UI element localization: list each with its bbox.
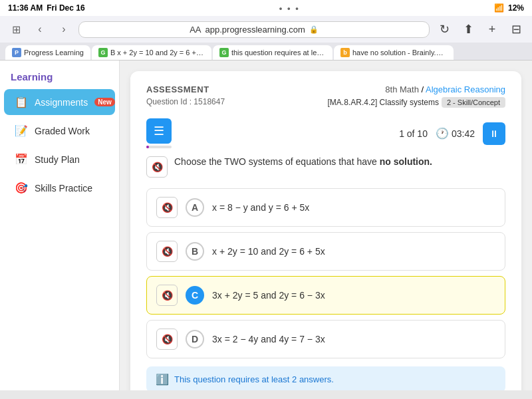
new-tab-button[interactable]: +	[483, 20, 501, 39]
subject-name: 8th Math	[385, 84, 419, 94]
sidebar-header: Learning	[0, 66, 119, 88]
assignments-label: Assignments	[35, 97, 88, 108]
timer-display: 03:42	[452, 128, 475, 139]
skill-badge: 2 - Skill/Concept	[442, 97, 505, 108]
question-id: Question Id : 1518647	[146, 97, 225, 106]
answer-options: 🔇 A x = 8 − y and y = 6 + 5x 🔇 B x + 2y …	[146, 188, 505, 358]
option-letter-d: D	[186, 330, 204, 348]
progress-fill	[146, 146, 149, 148]
tab-progress-learning[interactable]: P Progress Learning	[5, 45, 90, 60]
audio-button-question[interactable]: 🔇	[146, 156, 168, 178]
audio-btn-b[interactable]: 🔇	[156, 241, 178, 262]
font-size-control: AA	[190, 25, 201, 35]
sidebar-item-study-plan[interactable]: 📅 Study Plan	[4, 146, 115, 172]
controls-left: ☰	[146, 118, 172, 148]
app-body: Learning 📋 Assignments New 📝 Graded Work…	[0, 61, 532, 390]
tab-brainly-3[interactable]: b have no solution - Brainly.com	[334, 45, 454, 60]
option-text-b: x + 2y = 10 and 2y = 6 + 5x	[212, 246, 325, 257]
lock-icon: 🔒	[309, 25, 319, 34]
skills-practice-icon: 🎯	[15, 182, 28, 194]
pause-button[interactable]: ⏸	[483, 122, 505, 145]
sidebar: Learning 📋 Assignments New 📝 Graded Work…	[0, 61, 120, 390]
clock-icon: 🕐	[436, 127, 449, 140]
info-message-text: This question requires at least 2 answer…	[174, 374, 334, 384]
tab-label: Progress Learning	[24, 49, 84, 57]
timer: 🕐 03:42	[436, 127, 475, 140]
assignments-icon: 📋	[15, 96, 28, 108]
study-plan-label: Study Plan	[35, 154, 80, 165]
subject-link-text[interactable]: Algebraic Reasoning	[426, 84, 505, 94]
subject-line: 8th Math / Algebraic Reasoning	[328, 84, 505, 94]
study-plan-icon: 📅	[15, 153, 28, 166]
option-letter-b: B	[186, 242, 204, 261]
content-area: ASSESSMENT Question Id : 1518647 8th Mat…	[120, 61, 532, 390]
skills-practice-label: Skills Practice	[35, 183, 92, 194]
audio-btn-c[interactable]: 🔇	[156, 285, 178, 306]
standard-badge: [MA.8.AR.4.2] Classify systems 2 - Skill…	[328, 97, 505, 108]
progress-bar	[146, 146, 172, 148]
wifi-icon: 📶	[494, 3, 504, 13]
url-bar[interactable]: AA app.progresslearning.com 🔒	[78, 21, 430, 38]
question-controls: ☰ 1 of 10 🕐 03:42 ⏸	[146, 118, 505, 148]
url-text: app.progresslearning.com	[205, 25, 305, 35]
nav-bar: ⊞ ‹ › AA app.progresslearning.com 🔒 ↻ ⬆ …	[0, 16, 532, 43]
audio-btn-a[interactable]: 🔇	[156, 197, 178, 218]
sidebar-item-graded-work[interactable]: 📝 Graded Work	[4, 118, 115, 144]
info-icon: ℹ️	[156, 373, 169, 386]
tabs-bar: P Progress Learning G B x + 2y = 10 and …	[0, 43, 532, 60]
audio-btn-d[interactable]: 🔇	[156, 329, 178, 350]
browser-chrome: ⊞ ‹ › AA app.progresslearning.com 🔒 ↻ ⬆ …	[0, 16, 532, 61]
option-letter-a: A	[186, 198, 204, 217]
card-header: ASSESSMENT Question Id : 1518647 8th Mat…	[146, 84, 505, 108]
option-text-c: 3x + 2y = 5 and 2y = 6 − 3x	[212, 290, 325, 301]
sidebar-item-assignments[interactable]: 📋 Assignments New	[4, 89, 115, 115]
date-display: Fri Dec 16	[47, 3, 84, 13]
question-counter: 1 of 10	[399, 128, 428, 139]
tabs-button[interactable]: ⊟	[507, 20, 525, 39]
controls-right: 1 of 10 🕐 03:42 ⏸	[399, 122, 505, 145]
tab-label-3: this question requires at least...	[231, 49, 326, 57]
menu-button[interactable]: ☰	[146, 118, 172, 144]
graded-work-label: Graded Work	[35, 126, 90, 136]
question-text: Choose the TWO systems of equations that…	[174, 156, 432, 167]
card-meta: 8th Math / Algebraic Reasoning [MA.8.AR.…	[328, 84, 505, 108]
info-message: ℹ️ This question requires at least 2 ans…	[146, 366, 505, 390]
reload-button[interactable]: ↻	[435, 20, 454, 39]
new-badge: New	[94, 98, 115, 106]
assessment-card: ASSESSMENT Question Id : 1518647 8th Mat…	[130, 71, 521, 390]
tab-brainly-2[interactable]: G this question requires at least...	[213, 45, 332, 60]
tab-label-4: have no solution - Brainly.com	[352, 49, 447, 57]
option-text-a: x = 8 − y and y = 6 + 5x	[212, 202, 309, 213]
standard-text: [MA.8.AR.4.2] Classify systems	[328, 98, 439, 107]
sidebar-toggle-button[interactable]: ⊞	[7, 20, 25, 39]
time-display: 11:36 AM	[8, 3, 43, 13]
option-b[interactable]: 🔇 B x + 2y = 10 and 2y = 6 + 5x	[146, 232, 505, 271]
option-a[interactable]: 🔇 A x = 8 − y and y = 6 + 5x	[146, 188, 505, 227]
tab-label-2: B x + 2y = 10 and 2y = 6 + 5xx...	[110, 49, 205, 57]
option-d[interactable]: 🔇 D 3x = 2 − 4y and 4y = 7 − 3x	[146, 320, 505, 358]
status-bar: 11:36 AM Fri Dec 16 • • • 📶 12%	[0, 0, 532, 16]
share-button[interactable]: ⬆	[459, 20, 477, 39]
graded-work-icon: 📝	[15, 124, 28, 137]
sidebar-item-skills-practice[interactable]: 🎯 Skills Practice	[4, 175, 115, 201]
option-c[interactable]: 🔇 C 3x + 2y = 5 and 2y = 6 − 3x	[146, 276, 505, 315]
assessment-title: ASSESSMENT	[146, 84, 225, 94]
option-text-d: 3x = 2 − 4y and 4y = 7 − 3x	[212, 334, 325, 344]
tab-brainly-1[interactable]: G B x + 2y = 10 and 2y = 6 + 5xx...	[92, 45, 211, 60]
back-button[interactable]: ‹	[31, 20, 49, 39]
option-letter-c: C	[186, 286, 204, 305]
battery-display: 12%	[508, 3, 524, 13]
forward-button[interactable]: ›	[55, 20, 73, 39]
question-text-row: 🔇 Choose the TWO systems of equations th…	[146, 156, 505, 178]
